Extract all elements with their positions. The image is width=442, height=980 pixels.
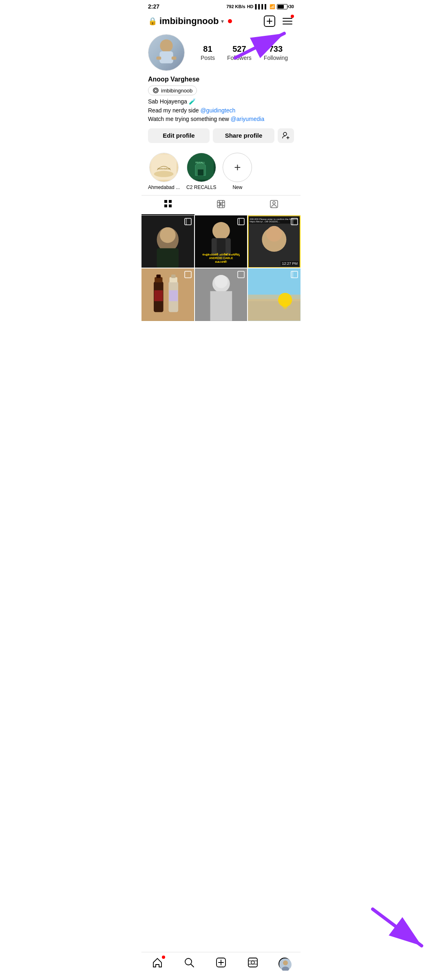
svg-rect-56 (210, 291, 232, 321)
bio-line-3: Watch me trying something new @ariyumedi… (148, 115, 294, 123)
post-type-icon (291, 218, 298, 227)
post-item[interactable] (141, 268, 194, 321)
signal-icon: ▌▌▌▌ (255, 4, 268, 9)
reels-tab-icon (216, 199, 226, 211)
threads-handle: imbibingnoob (161, 88, 192, 94)
share-profile-button[interactable]: Share profile (213, 128, 274, 143)
battery-level: 30 (289, 4, 294, 9)
highlights-section: Ahmedabad Ahmedabad ... RECALL C2 RECALL… (141, 148, 301, 195)
svg-rect-65 (292, 271, 293, 278)
tab-tagged[interactable] (248, 196, 301, 215)
post-text-overlay: ഐഫോൺ ചാർജ് ചെയ്യൂANDROID CABLEകൊണ്ട്!! (195, 253, 248, 264)
svg-rect-18 (169, 200, 172, 203)
threads-badge[interactable]: imbibingnoob (148, 86, 197, 95)
highlight-c2recalls-label: C2 RECALLS (186, 185, 216, 190)
profile-name: Anoop Varghese (148, 76, 294, 83)
hamburger-icon (283, 18, 292, 24)
grid-tab-icon (163, 199, 173, 211)
following-stat[interactable]: 733 Following (264, 44, 288, 61)
bio-line-2: Read my nerdy side @guidingtech (148, 107, 294, 115)
chevron-down-icon: ▾ (221, 18, 224, 24)
svg-rect-5 (159, 51, 173, 63)
highlight-ahmedabad[interactable]: Ahmedabad Ahmedabad ... (148, 153, 180, 190)
svg-rect-42 (292, 218, 293, 225)
svg-rect-47 (154, 290, 163, 301)
post-item[interactable]: 200,000 Please enter to confirm the Amou… (248, 215, 301, 268)
tab-grid[interactable] (141, 196, 194, 215)
profile-section: 81 Posts 527 Followers 733 Following Ano… (141, 33, 301, 148)
add-friend-icon (282, 132, 290, 140)
svg-point-12 (154, 171, 174, 177)
svg-point-8 (283, 132, 287, 136)
svg-rect-7 (172, 57, 177, 60)
svg-rect-41 (291, 218, 298, 225)
post-timestamp: 12:27 PM (281, 261, 299, 266)
svg-rect-36 (239, 218, 240, 225)
post-item[interactable] (141, 215, 194, 268)
add-post-button[interactable] (263, 15, 276, 28)
nav-actions (263, 15, 294, 28)
following-count: 733 (269, 44, 283, 54)
action-buttons: Edit profile Share profile (148, 128, 294, 143)
ariyu-media-link[interactable]: @ariyumedia (231, 116, 265, 122)
post-item[interactable] (248, 268, 301, 321)
post-type-icon (237, 271, 245, 280)
edit-profile-button[interactable]: Edit profile (148, 128, 210, 143)
wifi-icon: 📶 (270, 4, 275, 9)
post-item[interactable] (195, 268, 248, 321)
svg-point-63 (283, 302, 288, 309)
username-area[interactable]: 🔒 imbibingnoob ▾ (148, 16, 232, 26)
username-text[interactable]: imbibingnoob (159, 16, 219, 26)
posts-stat[interactable]: 81 Posts (201, 44, 215, 61)
status-bar: 2:27 792 KB/s HD ▌▌▌▌ 📶 30 (141, 0, 301, 11)
svg-rect-60 (248, 299, 301, 321)
tab-bar (141, 195, 301, 215)
svg-rect-29 (185, 218, 191, 225)
network-speed: 792 KB/s (226, 4, 245, 9)
svg-point-57 (214, 275, 228, 288)
highlight-c2recalls-circle: RECALL (187, 153, 216, 182)
svg-rect-51 (169, 290, 178, 301)
svg-rect-15 (198, 169, 203, 176)
guiding-tech-link[interactable]: @guidingtech (200, 107, 235, 114)
highlight-add-circle: + (223, 153, 252, 182)
svg-rect-61 (248, 295, 301, 301)
add-post-icon (264, 15, 275, 27)
svg-rect-52 (185, 271, 191, 278)
highlight-new[interactable]: + New (223, 153, 252, 190)
highlight-c2recalls[interactable]: RECALL C2 RECALLS (186, 153, 216, 190)
online-indicator (228, 19, 232, 23)
menu-button[interactable] (281, 15, 294, 28)
highlight-ahmedabad-circle: Ahmedabad (149, 153, 179, 182)
svg-rect-35 (238, 218, 244, 225)
hd-badge: HD (247, 4, 254, 9)
svg-rect-20 (169, 204, 172, 207)
svg-rect-17 (164, 200, 167, 203)
svg-point-24 (273, 202, 275, 204)
svg-rect-50 (171, 275, 176, 278)
svg-point-32 (212, 222, 230, 240)
followers-stat[interactable]: 527 Followers (227, 44, 252, 61)
svg-marker-22 (220, 203, 222, 205)
avatar[interactable] (148, 34, 185, 71)
svg-rect-64 (291, 271, 298, 278)
following-label: Following (264, 55, 288, 61)
svg-point-40 (266, 226, 282, 242)
svg-rect-30 (186, 218, 187, 225)
time: 2:27 (148, 3, 159, 10)
add-friend-button[interactable] (278, 128, 294, 143)
battery-icon (277, 4, 287, 9)
svg-point-28 (160, 227, 176, 243)
profile-stats-row: 81 Posts 527 Followers 733 Following (148, 34, 294, 71)
posts-count: 81 (203, 44, 212, 54)
svg-text:RECALL: RECALL (195, 161, 205, 164)
post-item[interactable]: ഐഫോൺ ചാർജ് ചെയ്യൂANDROID CABLEകൊണ്ട്!! (195, 215, 248, 268)
post-type-icon (184, 271, 192, 280)
tab-reels[interactable] (194, 196, 248, 215)
followers-count: 527 (232, 44, 246, 54)
status-right: 792 KB/s HD ▌▌▌▌ 📶 30 (226, 4, 294, 9)
avatar-placeholder (148, 35, 184, 70)
svg-rect-27 (157, 248, 179, 268)
highlight-new-label: New (232, 185, 242, 190)
svg-point-4 (160, 40, 172, 52)
